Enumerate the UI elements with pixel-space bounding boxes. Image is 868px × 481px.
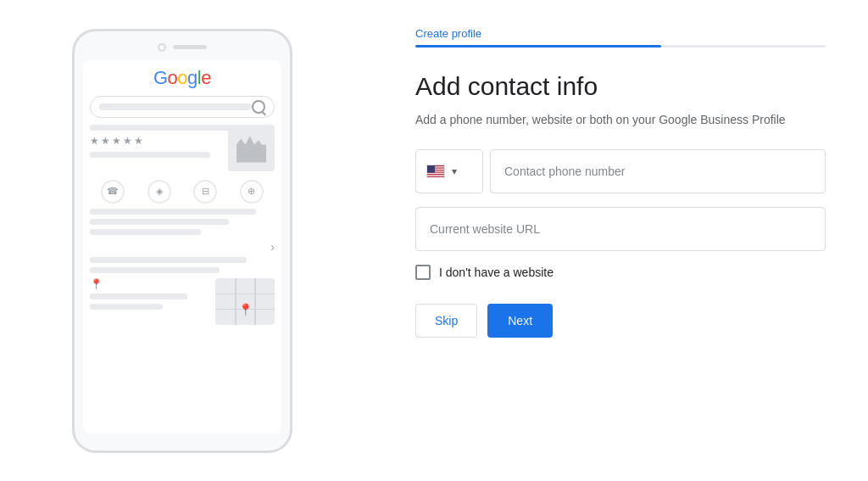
store-image — [228, 125, 275, 171]
map-pin-icon: 📍 — [238, 303, 253, 316]
map-preview: 📍 — [215, 278, 275, 325]
no-website-label[interactable]: I don't have a website — [439, 266, 554, 279]
direction-icon-btn: ◈ — [147, 180, 171, 204]
us-flag-icon — [426, 165, 445, 178]
skeleton-section-2 — [90, 209, 275, 235]
phone-speaker — [173, 45, 207, 49]
star-1: ★ — [90, 135, 99, 147]
action-buttons: Skip Next — [415, 304, 826, 338]
icon-buttons-row: ☎ ◈ ⊟ ⊕ — [90, 180, 275, 204]
map-grid-v — [254, 278, 256, 325]
chevron-down-icon: ▾ — [452, 165, 457, 177]
progress-label: Create profile — [415, 27, 826, 40]
star-3: ★ — [112, 135, 121, 147]
progress-bar-container — [415, 45, 826, 48]
skeleton-line — [90, 257, 247, 263]
google-letter-g: G — [153, 67, 168, 88]
location-icon: 📍 — [90, 278, 103, 290]
website-url-input[interactable] — [415, 207, 826, 251]
google-letter-o2: o — [177, 67, 187, 88]
phone-number-input[interactable] — [490, 149, 826, 193]
store-icon — [236, 133, 266, 163]
page-title: Add contact info — [415, 71, 826, 102]
form-subtitle: Add a phone number, website or both on y… — [415, 112, 826, 129]
chevron-right-icon: › — [90, 240, 275, 254]
stars-row: ★ ★ ★ ★ ★ — [90, 135, 223, 147]
skeleton-line — [90, 152, 210, 158]
business-card-area: ★ ★ ★ ★ ★ — [90, 125, 275, 175]
left-panel: Google ★ ★ ★ ★ — [0, 0, 364, 481]
save-icon-btn: ⊟ — [193, 180, 217, 204]
country-selector[interactable]: ▾ — [415, 149, 483, 193]
skeleton-line — [90, 304, 163, 310]
skip-button[interactable]: Skip — [415, 304, 477, 338]
phone-icon-btn: ☎ — [101, 180, 125, 204]
skeleton-section-3 — [90, 257, 275, 273]
skeleton-line — [90, 229, 201, 235]
phone-top-bar — [83, 43, 281, 52]
no-website-checkbox[interactable] — [415, 265, 431, 280]
google-letter-o1: o — [168, 67, 178, 88]
phone-mockup: Google ★ ★ ★ ★ — [72, 29, 292, 453]
star-2: ★ — [101, 135, 110, 147]
svg-rect-5 — [427, 175, 445, 176]
no-website-row: I don't have a website — [415, 265, 826, 280]
next-button[interactable]: Next — [487, 304, 553, 338]
progress-section: Create profile — [415, 27, 826, 48]
svg-rect-4 — [427, 172, 445, 173]
star-5: ★ — [134, 135, 143, 147]
map-grid-v — [235, 278, 236, 325]
map-grid-h — [215, 294, 275, 295]
phone-screen: Google ★ ★ ★ ★ — [83, 60, 281, 433]
skeleton-line — [90, 209, 256, 215]
phone-search-bar — [90, 96, 275, 118]
skeleton-line — [90, 219, 229, 225]
skeleton-line — [90, 294, 187, 299]
search-icon — [252, 100, 265, 114]
right-panel: Create profile Add contact info Add a ph… — [364, 0, 868, 481]
google-letter-g2: g — [187, 67, 198, 88]
progress-bar-fill — [415, 45, 661, 48]
us-flag-svg — [427, 165, 445, 178]
svg-rect-7 — [427, 165, 435, 173]
location-row: 📍 — [90, 278, 212, 290]
search-bar-line — [99, 103, 252, 110]
svg-rect-6 — [427, 176, 445, 177]
map-block: 📍 📍 — [90, 278, 275, 325]
google-logo: Google — [90, 67, 275, 89]
star-4: ★ — [123, 135, 132, 147]
google-letter-e: e — [201, 67, 211, 88]
share-icon-btn: ⊕ — [240, 180, 264, 204]
skeleton-line — [90, 125, 237, 131]
phone-input-row: ▾ — [415, 149, 826, 193]
phone-camera — [158, 43, 166, 52]
skeleton-line — [90, 267, 220, 273]
